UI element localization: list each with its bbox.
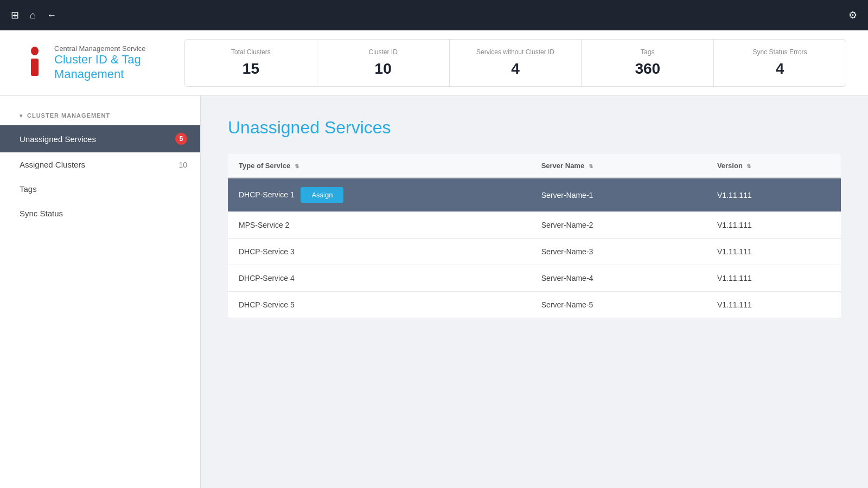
stat-label-3: Tags (595, 48, 700, 56)
table-row-3[interactable]: DHCP-Service 4Server-Name-4V1.11.111 (228, 265, 841, 292)
table-row-1[interactable]: MPS-Service 2Server-Name-2V1.11.111 (228, 212, 841, 239)
cell-service-0: DHCP-Service 1 Assign (228, 178, 531, 212)
stats-bar: Total Clusters 15 Cluster ID 10 Services… (184, 39, 846, 87)
sidebar-item-label-1: Assigned Clusters (20, 160, 85, 169)
sidebar-badge-0: 5 (175, 133, 187, 145)
topbar: ⊞ ⌂ ← ⚙ (0, 0, 868, 30)
brand: Central Management Service Cluster ID & … (22, 44, 163, 81)
sidebar-item-label-3: Sync Status (20, 209, 63, 218)
brand-service-label: Central Management Service (54, 44, 145, 53)
sidebar-count-1: 10 (178, 160, 187, 169)
cell-server-0: Server-Name-1 (531, 178, 706, 212)
stat-item-3: Tags 360 (582, 40, 714, 86)
brand-title: Cluster ID & Tag Management (54, 53, 145, 81)
section-arrow-icon: ▾ (20, 113, 23, 119)
stat-item-1: Cluster ID 10 (317, 40, 450, 86)
stat-value-1: 10 (330, 60, 436, 78)
col-header-0[interactable]: Type of Service ⇅ (228, 154, 531, 178)
settings-icon[interactable]: ⚙ (848, 9, 857, 21)
assign-button-0[interactable]: Assign (301, 187, 343, 203)
grid-icon[interactable]: ⊞ (11, 9, 19, 21)
sidebar-item-2[interactable]: Tags (0, 177, 200, 201)
sidebar: ▾ CLUSTER MANAGEMENT Unassigned Services… (0, 96, 201, 488)
col-header-1[interactable]: Server Name ⇅ (531, 154, 706, 178)
cell-server-4: Server-Name-5 (531, 292, 706, 318)
cell-version-3: V1.11.111 (706, 265, 841, 292)
sort-icon-2: ⇅ (746, 163, 751, 169)
cell-version-2: V1.11.111 (706, 239, 841, 265)
stat-label-1: Cluster ID (330, 48, 436, 56)
header: Central Management Service Cluster ID & … (0, 30, 868, 96)
cell-version-4: V1.11.111 (706, 292, 841, 318)
main-layout: ▾ CLUSTER MANAGEMENT Unassigned Services… (0, 96, 868, 488)
sort-icon-0: ⇅ (295, 163, 299, 169)
sidebar-item-3[interactable]: Sync Status (0, 201, 200, 226)
home-icon[interactable]: ⌂ (30, 10, 36, 21)
cell-service-1: MPS-Service 2 (228, 212, 531, 239)
page-title: Unassigned Services (228, 118, 841, 138)
stat-label-4: Sync Status Errors (727, 48, 833, 56)
cell-server-1: Server-Name-2 (531, 212, 706, 239)
svg-rect-1 (31, 59, 39, 76)
cell-service-3: DHCP-Service 4 (228, 265, 531, 292)
sidebar-item-1[interactable]: Assigned Clusters 10 (0, 152, 200, 177)
content-area: Unassigned Services Type of Service ⇅Ser… (201, 96, 868, 488)
stat-value-4: 4 (727, 60, 833, 78)
sidebar-item-label-0: Unassigned Services (20, 134, 96, 144)
sidebar-item-label-2: Tags (20, 184, 37, 194)
stat-value-3: 360 (595, 60, 700, 78)
table-row-2[interactable]: DHCP-Service 3Server-Name-3V1.11.111 (228, 239, 841, 265)
cell-service-2: DHCP-Service 3 (228, 239, 531, 265)
svg-point-0 (31, 47, 39, 55)
cell-version-0: V1.11.111 (706, 178, 841, 212)
stat-label-0: Total Clusters (198, 48, 304, 56)
cell-server-3: Server-Name-4 (531, 265, 706, 292)
cell-version-1: V1.11.111 (706, 212, 841, 239)
cell-server-2: Server-Name-3 (531, 239, 706, 265)
back-icon[interactable]: ← (47, 10, 56, 21)
sort-icon-1: ⇅ (589, 163, 593, 169)
stat-item-4: Sync Status Errors 4 (714, 40, 846, 86)
brand-text: Central Management Service Cluster ID & … (54, 44, 145, 81)
stat-value-0: 15 (198, 60, 304, 78)
stat-value-2: 4 (463, 60, 569, 78)
stat-item-0: Total Clusters 15 (185, 40, 317, 86)
sidebar-item-0[interactable]: Unassigned Services 5 (0, 125, 200, 152)
col-header-2[interactable]: Version ⇅ (706, 154, 841, 178)
table-row-4[interactable]: DHCP-Service 5Server-Name-5V1.11.111 (228, 292, 841, 318)
service-name-0: DHCP-Service 1 (239, 190, 295, 199)
stat-item-2: Services without Cluster ID 4 (450, 40, 582, 86)
sidebar-section-label: ▾ CLUSTER MANAGEMENT (0, 112, 200, 125)
brand-logo (22, 47, 48, 79)
cell-service-4: DHCP-Service 5 (228, 292, 531, 318)
stat-label-2: Services without Cluster ID (463, 48, 569, 56)
table-row-0[interactable]: DHCP-Service 1 AssignServer-Name-1V1.11.… (228, 178, 841, 212)
services-table: Type of Service ⇅Server Name ⇅Version ⇅ … (228, 154, 841, 318)
